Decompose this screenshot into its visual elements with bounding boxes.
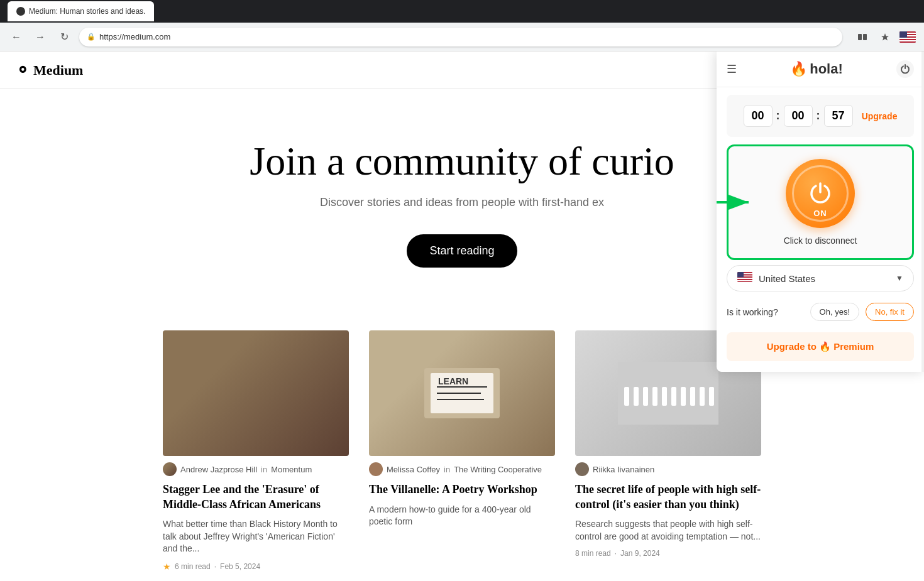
forward-button[interactable]: →	[31, 28, 49, 46]
back-button[interactable]: ←	[8, 28, 25, 46]
dot-3: ·	[615, 549, 617, 558]
browser-top-bar: Medium: Human stories and ideas.	[0, 0, 924, 23]
svg-rect-38	[737, 278, 752, 279]
svg-rect-41	[737, 281, 752, 282]
svg-rect-20	[624, 387, 629, 406]
hola-fire-icon: 🔥	[790, 61, 807, 77]
timer-minutes: 00	[784, 105, 813, 127]
svg-rect-1	[863, 34, 867, 40]
read-time-1: 6 min read	[175, 562, 211, 571]
svg-rect-9	[899, 39, 916, 40]
premium-text: Premium	[833, 341, 874, 352]
country-selector[interactable]: United States ▼	[727, 265, 914, 291]
upgrade-to-premium-label: Upgrade to 🔥 Premium	[767, 341, 874, 352]
svg-rect-26	[681, 387, 686, 406]
svg-rect-27	[690, 387, 695, 406]
browser-nav-bar: ← → ↻ 🔒 https://medium.com	[0, 23, 924, 52]
lock-icon: 🔒	[87, 33, 96, 41]
medium-logo-text: Medium	[33, 62, 83, 79]
favorites-button[interactable]	[876, 28, 894, 46]
svg-rect-22	[643, 387, 648, 406]
hola-power-button[interactable]	[896, 60, 914, 78]
green-arrow-container	[717, 193, 754, 211]
article-subtitle-1: What better time than Black History Mont…	[163, 518, 349, 555]
article-image-1	[163, 330, 349, 456]
hola-timer: 00 : 00 : 57 Upgrade	[727, 95, 914, 137]
power-area-wrapper: ON Click to disconnect	[717, 144, 924, 260]
svg-rect-21	[634, 387, 639, 406]
upgrade-to-text: Upgrade to	[767, 341, 817, 352]
nav-extras	[854, 28, 916, 46]
svg-rect-8	[899, 38, 916, 39]
hola-header: ☰ 🔥 hola!	[717, 52, 924, 87]
article-image-2: LEARN	[369, 330, 555, 456]
author-avatar-1	[163, 462, 177, 476]
country-name: United States	[759, 273, 889, 284]
medium-logo-icon: ⚬	[15, 60, 30, 80]
timer-hours: 00	[744, 105, 773, 127]
hola-menu-icon[interactable]: ☰	[727, 62, 737, 76]
svg-rect-28	[700, 387, 705, 406]
green-arrow-icon	[717, 193, 754, 211]
svg-rect-40	[737, 280, 752, 281]
yes-button[interactable]: Oh, yes!	[810, 303, 859, 321]
article-author-line-2: Melissa Coffey in The Writing Cooperativ…	[369, 462, 555, 476]
browser-tab[interactable]: Medium: Human stories and ideas.	[8, 1, 154, 21]
article-title-1: Stagger Lee and the 'Erasure' of Middle-…	[163, 482, 349, 512]
article-author-line-3: Riikka Iivanainen	[575, 462, 761, 476]
address-bar[interactable]: 🔒 https://medium.com	[79, 28, 842, 46]
star-icon-1: ★	[163, 562, 171, 572]
flag-button[interactable]	[899, 31, 916, 43]
start-reading-button[interactable]: Start reading	[407, 234, 517, 268]
hola-brand-name: hola!	[810, 61, 843, 77]
read-time-3: 8 min read	[575, 549, 611, 558]
svg-rect-23	[652, 387, 657, 406]
on-label: ON	[813, 209, 827, 218]
svg-rect-42	[737, 272, 744, 278]
timer-colon-2: :	[817, 109, 820, 122]
medium-logo: ⚬ Medium	[15, 60, 83, 80]
author-name-1: Andrew Jazprose Hill	[180, 465, 257, 474]
article-author-line-1: Andrew Jazprose Hill in Momentum	[163, 462, 349, 476]
fix-button[interactable]: No, fix it	[866, 303, 914, 321]
article-title-3: The secret life of people with high self…	[575, 482, 761, 512]
svg-rect-10	[899, 40, 916, 41]
articles-section: Andrew Jazprose Hill in Momentum Stagger…	[148, 305, 776, 581]
date-3: Jan 9, 2024	[620, 549, 660, 558]
svg-rect-12	[899, 31, 907, 38]
publication-2: The Writing Cooperative	[454, 465, 542, 474]
timer-colon-1: :	[776, 109, 780, 122]
svg-rect-0	[858, 34, 862, 40]
tab-favicon	[16, 7, 25, 16]
article-meta-1: ★ 6 min read · Feb 5, 2024	[163, 562, 349, 572]
medium-page: ⚬ Medium Join a community of curio Disco…	[0, 52, 924, 581]
hola-panel: ☰ 🔥 hola! 00 : 00 : 57 Upgrade	[717, 52, 924, 372]
chevron-down-icon: ▼	[896, 274, 903, 283]
tab-title: Medium: Human stories and ideas.	[29, 7, 145, 16]
upgrade-fire-icon: 🔥	[819, 341, 833, 352]
svg-rect-24	[662, 387, 667, 406]
power-button[interactable]: ON	[786, 159, 855, 228]
author-avatar-3	[575, 462, 589, 476]
hola-scrollbar[interactable]	[921, 52, 924, 372]
article-meta-3: 8 min read · Jan 9, 2024	[575, 549, 761, 558]
hola-brand: 🔥 hola!	[790, 61, 843, 77]
svg-rect-39	[737, 279, 752, 280]
article-title-2: The Villanelle: A Poetry Workshop	[369, 482, 555, 497]
dot-1: ·	[214, 562, 216, 571]
url-text: https://medium.com	[99, 32, 170, 41]
author-name-3: Riikka Iivanainen	[593, 465, 654, 474]
reader-mode-button[interactable]	[854, 28, 871, 46]
svg-rect-29	[709, 387, 714, 406]
article-card-2: LEARN Melissa Coffey in The Writing Coop…	[369, 330, 555, 572]
author-name-2: Melissa Coffey	[387, 465, 440, 474]
country-flag-icon	[737, 272, 752, 285]
article-card-1: Andrew Jazprose Hill in Momentum Stagger…	[163, 330, 349, 572]
upgrade-timer-button[interactable]: Upgrade	[862, 111, 898, 121]
publication-1: Momentum	[271, 465, 312, 474]
article-subtitle-3: Research suggests that people with high …	[575, 518, 761, 543]
power-icon-svg	[808, 181, 833, 206]
in-label-1: in	[261, 465, 267, 474]
refresh-button[interactable]: ↻	[55, 28, 73, 46]
upgrade-banner[interactable]: Upgrade to 🔥 Premium	[727, 332, 914, 361]
